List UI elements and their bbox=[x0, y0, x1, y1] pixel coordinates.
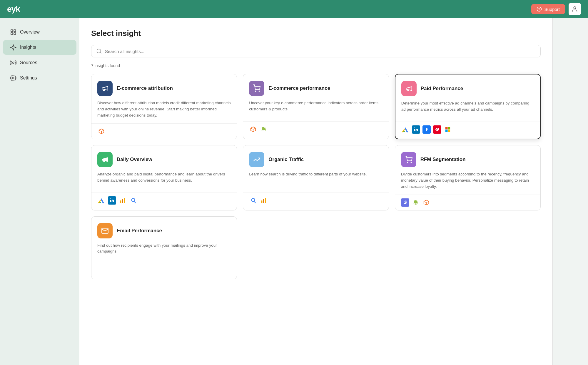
card-title: E-commerce performance bbox=[268, 85, 330, 91]
card-body: E-commerce attribution Discover how diff… bbox=[91, 74, 237, 123]
sidebar-item-settings[interactable]: Settings bbox=[3, 71, 76, 85]
facebook-icon bbox=[422, 125, 431, 134]
svg-line-27 bbox=[254, 202, 255, 203]
sidebar-item-sources[interactable]: Sources bbox=[3, 55, 76, 70]
card-header: Organic Traffic bbox=[249, 152, 382, 167]
header-actions: Support bbox=[531, 3, 581, 15]
card-email-performance[interactable]: Email Performance Find out how recipient… bbox=[91, 216, 237, 279]
svg-line-10 bbox=[100, 52, 101, 54]
card-title: Email Performance bbox=[117, 228, 162, 234]
megaphone-icon bbox=[405, 85, 413, 92]
card-footer bbox=[243, 121, 388, 137]
card-title: Paid Performance bbox=[421, 86, 463, 92]
card-icon bbox=[249, 81, 264, 96]
svg-point-11 bbox=[255, 91, 256, 92]
right-panel bbox=[553, 18, 588, 365]
user-icon bbox=[572, 6, 578, 12]
ga4-icon bbox=[118, 196, 127, 205]
card-icon bbox=[97, 152, 113, 167]
magento2-icon bbox=[422, 198, 430, 207]
card-description: Determine your most effective ad channel… bbox=[401, 100, 534, 113]
svg-rect-5 bbox=[11, 33, 13, 34]
svg-rect-6 bbox=[14, 33, 16, 34]
sidebar-item-overview[interactable]: Overview bbox=[3, 25, 76, 39]
card-ecommerce-performance[interactable]: E-commerce performance Uncover your key … bbox=[243, 74, 389, 139]
svg-rect-4 bbox=[14, 30, 16, 31]
card-daily-overview[interactable]: Daily Overview Analyze organic and paid … bbox=[91, 145, 237, 210]
svg-point-14 bbox=[414, 127, 415, 128]
svg-rect-21 bbox=[120, 200, 121, 203]
card-icon bbox=[249, 152, 264, 167]
card-footer bbox=[91, 193, 237, 208]
svg-rect-17 bbox=[445, 130, 448, 132]
results-count: 7 insights found bbox=[91, 63, 541, 68]
megaphone-filled-icon bbox=[101, 156, 109, 163]
card-organic-traffic[interactable]: Organic Traffic Learn how search is driv… bbox=[243, 145, 389, 210]
svg-rect-30 bbox=[265, 198, 266, 203]
svg-point-12 bbox=[259, 91, 260, 92]
card-footer bbox=[395, 122, 540, 137]
shopify-icon bbox=[412, 198, 420, 207]
card-footer bbox=[243, 193, 388, 208]
svg-point-9 bbox=[97, 49, 101, 53]
google-ads-icon bbox=[401, 125, 410, 134]
svg-point-19 bbox=[99, 202, 101, 203]
svg-rect-29 bbox=[263, 199, 264, 203]
card-icon bbox=[401, 152, 416, 167]
user-button[interactable] bbox=[569, 3, 581, 15]
ga4-bar-icon bbox=[260, 196, 268, 205]
svg-line-25 bbox=[134, 202, 136, 203]
card-header: Daily Overview bbox=[97, 152, 231, 167]
shopping-cart-icon bbox=[405, 156, 412, 163]
card-description: Uncover your key e-commerce performance … bbox=[249, 100, 382, 112]
google-search-console-icon bbox=[249, 196, 257, 205]
svg-rect-23 bbox=[124, 198, 125, 203]
search-input[interactable] bbox=[105, 49, 536, 54]
shopping-cart-icon bbox=[253, 84, 260, 92]
shopify-icon bbox=[260, 125, 268, 133]
google-search-console-icon bbox=[129, 196, 137, 205]
svg-point-7 bbox=[12, 62, 14, 64]
card-body: E-commerce performance Uncover your key … bbox=[243, 74, 388, 121]
card-description: Find out how recipients engage with your… bbox=[97, 243, 231, 255]
google-ads-icon bbox=[97, 196, 106, 205]
trend-icon bbox=[253, 156, 260, 163]
svg-rect-18 bbox=[448, 130, 450, 132]
card-body: RFM Segmentation Divide customers into s… bbox=[395, 145, 540, 195]
email-icon bbox=[101, 227, 109, 235]
card-rfm-segmentation[interactable]: RFM Segmentation Divide customers into s… bbox=[395, 145, 541, 210]
card-icon bbox=[97, 81, 113, 96]
sidebar: Overview Insights Sources Settings bbox=[0, 18, 79, 365]
header: eyk Support bbox=[0, 0, 588, 18]
card-description: Learn how search is driving traffic to d… bbox=[249, 171, 382, 177]
card-title: E-commerce attribution bbox=[117, 85, 173, 91]
broadcast-icon bbox=[10, 59, 16, 66]
card-footer bbox=[395, 195, 540, 210]
page-title: Select insight bbox=[91, 29, 541, 38]
card-title: Organic Traffic bbox=[268, 157, 304, 162]
stripe-icon bbox=[401, 198, 409, 207]
card-header: Paid Performance bbox=[401, 81, 534, 96]
logo: eyk bbox=[7, 4, 20, 14]
card-title: Daily Overview bbox=[117, 157, 152, 162]
sidebar-item-insights[interactable]: Insights bbox=[3, 40, 76, 55]
card-footer bbox=[91, 123, 237, 139]
svg-rect-28 bbox=[261, 200, 263, 203]
magento-icon bbox=[249, 125, 257, 133]
card-body: Email Performance Find out how recipient… bbox=[91, 217, 237, 264]
svg-point-13 bbox=[403, 131, 405, 132]
card-ecommerce-attribution[interactable]: E-commerce attribution Discover how diff… bbox=[91, 74, 237, 139]
svg-point-32 bbox=[411, 162, 411, 162]
card-header: E-commerce attribution bbox=[97, 81, 231, 96]
svg-rect-3 bbox=[11, 30, 13, 31]
svg-rect-15 bbox=[445, 127, 448, 130]
card-header: RFM Segmentation bbox=[401, 152, 534, 167]
linkedin-icon bbox=[108, 196, 116, 205]
sparkle-icon bbox=[10, 44, 16, 51]
card-paid-performance[interactable]: Paid Performance Determine your most eff… bbox=[395, 74, 541, 139]
svg-point-20 bbox=[110, 198, 111, 199]
card-body: Daily Overview Analyze organic and paid … bbox=[91, 145, 237, 193]
linkedin-icon bbox=[412, 125, 420, 134]
card-description: Divide customers into segments according… bbox=[401, 171, 534, 190]
support-button[interactable]: Support bbox=[531, 4, 565, 14]
